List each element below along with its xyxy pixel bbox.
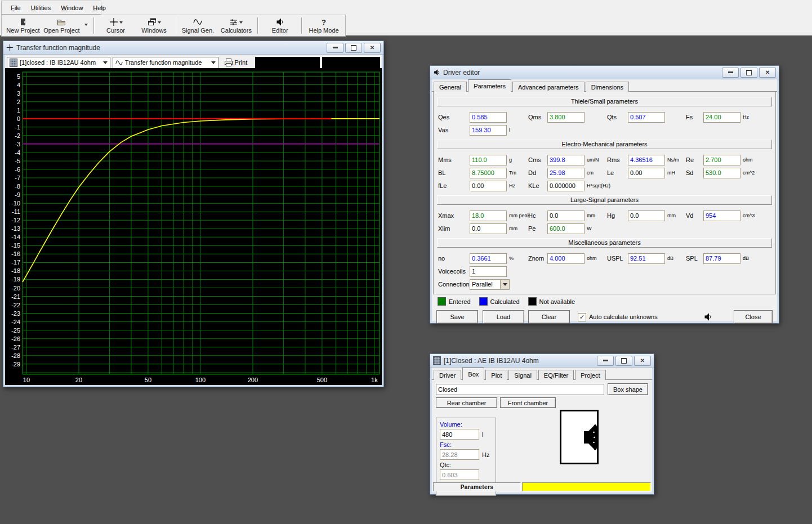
open-project-dropdown-button[interactable] (81, 16, 91, 35)
restore-button[interactable] (615, 356, 632, 366)
close-button[interactable]: Close (734, 310, 773, 324)
legend-item-calculated: Calculated (479, 297, 520, 306)
print-button[interactable]: Print (221, 57, 251, 68)
param-vas-input[interactable]: 159.30 (470, 125, 507, 136)
menu-item-help[interactable]: Help (88, 3, 110, 13)
param-hg-input[interactable]: 0.0 (628, 211, 665, 221)
plot-type-combo[interactable]: Transfer function magnitude (113, 57, 218, 69)
chevron-down-icon[interactable] (158, 21, 161, 25)
fsc-input[interactable]: 28.28 (440, 449, 479, 460)
clear-button[interactable]: Clear (528, 310, 570, 324)
close-button[interactable]: ✕ (634, 356, 651, 366)
calculators-button[interactable]: Calculators (217, 16, 255, 35)
menu-item-utilities[interactable]: Utilities (26, 3, 55, 13)
param-vas: Vas159.30l (438, 125, 528, 136)
auto-calc-checkbox-group[interactable]: ✓ Auto calculate unknowns (578, 313, 658, 321)
minimize-button[interactable] (597, 356, 614, 366)
windows-cascade-icon (148, 17, 157, 26)
param-vd-input[interactable]: 954 (703, 211, 740, 221)
minimize-button[interactable] (722, 68, 739, 78)
transfer-window-titlebar[interactable]: Transfer function magnitude ✕ (3, 41, 383, 55)
minimize-button[interactable] (327, 43, 343, 53)
menu-item-file[interactable]: File (6, 3, 25, 13)
app-toolbar: New ProjectOpen ProjectCursorWindowsSign… (0, 15, 812, 35)
restore-button[interactable] (740, 68, 757, 78)
editor-button[interactable]: Editor (261, 16, 299, 35)
rear-chamber-button[interactable]: Rear chamber (436, 397, 497, 408)
box-shape-button[interactable]: Box shape (608, 383, 648, 395)
front-chamber-button[interactable]: Front chamber (500, 397, 556, 408)
value-status-legend: EnteredCalculatedNot available (438, 297, 777, 306)
param-qms-input[interactable]: 3.800 (547, 112, 585, 123)
windows-button[interactable]: Windows (135, 16, 173, 35)
tab-general[interactable]: General (434, 82, 467, 92)
param-fle-input[interactable]: 0.00 (470, 181, 507, 191)
project-tab-signal[interactable]: Signal (508, 370, 537, 380)
param-xlim-input[interactable]: 0.0 (470, 223, 507, 234)
close-button[interactable]: ✕ (759, 68, 776, 78)
param-pe-input[interactable]: 600.0 (547, 223, 585, 234)
restore-button[interactable] (345, 43, 362, 53)
menu-item-window[interactable]: Window (56, 3, 87, 13)
param-mms-input[interactable]: 110.0 (470, 155, 507, 165)
box-type-field[interactable]: Closed (436, 384, 604, 395)
new-project-button[interactable]: New Project (4, 16, 42, 35)
param-znom-input[interactable]: 4.000 (547, 253, 585, 264)
param-rms-input[interactable]: 4.36516 (628, 155, 665, 165)
y-tick-label: 4 (17, 82, 20, 88)
signal-gen-button[interactable]: Signal Gen. (179, 16, 217, 35)
param-re-input[interactable]: 2.700 (703, 155, 740, 165)
project-tab-box[interactable]: Box (462, 368, 484, 380)
close-button[interactable]: ✕ (364, 43, 381, 53)
param-xmax-input[interactable]: 18.0 (470, 211, 507, 221)
param-fs-input[interactable]: 24.00 (703, 112, 740, 123)
tab-advanced-parameters[interactable]: Advanced parameters (512, 82, 585, 92)
save-button[interactable]: Save (436, 310, 478, 324)
param-qes-input[interactable]: 0.585 (470, 112, 507, 123)
tab-parameters[interactable]: Parameters (468, 79, 511, 92)
driver-editor-titlebar[interactable]: Driver editor ✕ (430, 66, 779, 79)
chevron-down-icon[interactable] (500, 280, 509, 289)
param-dd: Dd25.98cm (528, 168, 607, 178)
volume-input[interactable]: 480 (440, 429, 479, 440)
chevron-down-icon[interactable] (119, 21, 123, 25)
y-tick-label: -27 (11, 344, 20, 351)
project-selector-combo[interactable]: [1]closed : IB IB12AU 4ohm (7, 57, 110, 69)
load-button[interactable]: Load (483, 310, 524, 324)
param-unit: H*sqrt(Hz) (587, 183, 610, 189)
driver-editor-tabbar: GeneralParametersAdvanced parametersDime… (432, 79, 777, 92)
param-bl-input[interactable]: 8.75000 (470, 168, 507, 178)
param-sd-input[interactable]: 530.0 (703, 168, 740, 178)
qtc-input[interactable]: 0.603 (440, 469, 479, 480)
param-qts-input[interactable]: 0.507 (628, 112, 665, 123)
param-unit: dB (743, 256, 749, 261)
param-voicecoils-input[interactable]: 1 (470, 266, 507, 277)
tab-dimensions[interactable]: Dimensions (586, 82, 629, 92)
param-le-input[interactable]: 0.00 (628, 168, 665, 178)
volume-label: Volume: (440, 421, 492, 428)
param-no-input[interactable]: 0.3661 (470, 253, 507, 264)
statusbar-progress (522, 482, 651, 491)
chevron-down-icon[interactable] (239, 21, 243, 25)
param-label: Qes (438, 114, 470, 120)
project-tab-project[interactable]: Project (575, 370, 605, 380)
project-window-titlebar[interactable]: [1]Closed : AE IB IB12AU 4ohm ✕ (430, 354, 654, 368)
help-mode-button[interactable]: ?Help Mode (305, 16, 343, 35)
param-unit: mm peak (509, 213, 530, 218)
param-dd-input[interactable]: 25.98 (547, 168, 585, 178)
param-connection-select[interactable]: Parallel (470, 279, 510, 290)
project-tab-driver[interactable]: Driver (434, 370, 461, 380)
param-hc-input[interactable]: 0.0 (547, 211, 585, 221)
speaker-test-button[interactable] (703, 312, 712, 321)
open-project-button[interactable]: Open Project (42, 16, 81, 35)
cursor-button[interactable]: Cursor (97, 16, 135, 35)
sine-icon (115, 59, 123, 66)
auto-calc-checkbox[interactable]: ✓ (578, 313, 586, 321)
param-kle-input[interactable]: 0.000000 (547, 181, 585, 191)
param-uspl-input[interactable]: 92.51 (628, 253, 665, 264)
param-spl-input[interactable]: 87.79 (703, 253, 740, 264)
project-tab-eq-filter[interactable]: EQ/Filter (538, 370, 574, 380)
param-sd: Sd530.0cm^2 (686, 168, 770, 178)
param-cms-input[interactable]: 399.8 (547, 155, 585, 165)
project-tab-plot[interactable]: Plot (485, 370, 507, 380)
